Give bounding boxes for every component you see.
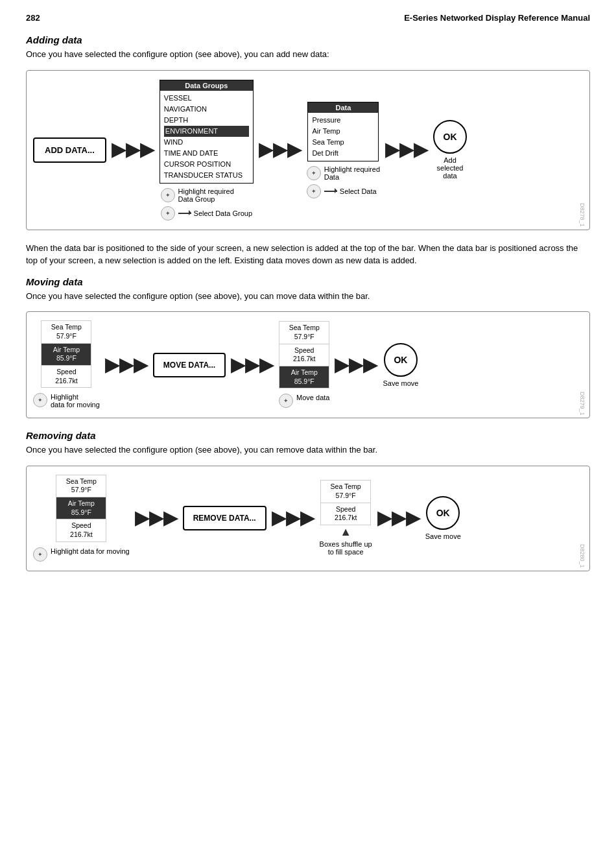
adding-data-diagram: ADD DATA... ▶▶▶ Data Groups VESSEL NAVIG… [26,70,590,230]
nav-icon-select-data [307,184,321,198]
group-cursor: CURSOR POSITION [164,159,249,170]
move-arrow-1: ▶▶▶ [105,356,148,374]
highlight-remove-label: Highlight data for moving [51,547,130,555]
select-group-row: Select Data Group [161,206,253,220]
data-pressure: Pressure [312,115,374,126]
remove-cards-left: Sea Temp57.9°F Air Temp85.9°F Speed216.7… [56,475,106,542]
adding-data-body: When the data bar is positioned to the s… [26,242,590,267]
move-card-seatemp-right: Sea Temp57.9°F [279,321,329,344]
remove-card-seatemp-right: Sea Temp57.9°F [320,480,371,503]
add-selected-text: Addselecteddata [437,156,464,180]
group-environment: ENVIRONMENT [164,126,249,137]
shuffle-up-arrow: ▲ [340,525,351,539]
group-time: TIME AND DATE [164,148,249,159]
group-navigation: NAVIGATION [164,104,249,115]
page-header: 282 E-Series Networked Display Reference… [26,13,590,23]
remove-cards-right: Sea Temp57.9°F Speed216.7kt [320,481,371,525]
move-btn-step: MOVE DATA... [153,353,226,377]
remove-ok-button[interactable]: OK [426,496,460,530]
adding-data-heading: Adding data [26,34,590,45]
select-group-arrow [178,213,191,214]
data-detdrift: Det Drift [312,148,374,159]
highlight-data-label2: Data [324,173,380,181]
remove-left-step: Sea Temp57.9°F Air Temp85.9°F Speed216.7… [33,475,130,562]
group-transducer: TRANSDUCER STATUS [164,170,249,181]
remove-save-label: Save move [425,532,461,540]
highlight-group-label2: Data Group [178,195,234,203]
ok-button[interactable]: OK [433,120,467,154]
remove-right-step: Sea Temp57.9°F Speed216.7kt ▲ Boxes shuf… [320,481,372,556]
nav-icon-highlight-move [33,393,47,407]
select-data-row: Select Data [307,184,380,198]
highlight-group-label: Highlight required [178,187,234,195]
arrow-2: ▶▶▶ [259,141,302,159]
arrow-icon-1: ▶▶▶ [112,141,154,159]
select-data-label: Select Data [340,187,377,195]
arrow-icon-3: ▶▶▶ [385,141,428,159]
adding-data-intro: Once you have selected the configure opt… [26,48,590,61]
move-cards-left: Sea Temp57.9°F Air Temp85.9°F Speed216.7… [41,321,91,388]
data-panel: Data Pressure Air Temp Sea Temp Det Drif… [307,102,379,161]
move-ok-step: OK Save move [383,343,418,387]
move-card-airtemp-right: Air Temp85.9°F [279,366,329,388]
data-title: Data [308,102,378,113]
data-instructions: Highlight required Data Select Data [307,165,380,198]
remove-arrow-icon-3: ▶▶▶ [377,509,420,527]
diagram-id-adding: D8278_1 [579,203,586,227]
moving-data-diagram: Sea Temp57.9°F Air Temp85.9°F Speed216.7… [26,311,590,418]
group-wind: WIND [164,137,249,148]
group-vessel: VESSEL [164,93,249,104]
shuffle-label: Boxes shuffle upto fill space [320,540,372,556]
move-data-button[interactable]: MOVE DATA... [153,353,226,377]
add-data-step: ADD DATA... [33,137,106,163]
move-left-step: Sea Temp57.9°F Air Temp85.9°F Speed216.7… [33,321,100,409]
select-group-label: Select Data Group [194,209,253,217]
select-data-arrow [324,191,337,192]
removing-data-intro: Once you have selected the configure opt… [26,444,590,457]
move-data-label: Move data [296,394,329,401]
moving-data-heading: Moving data [26,276,590,287]
move-arrow-2: ▶▶▶ [231,356,274,374]
data-seatemp: Sea Temp [312,137,374,148]
add-data-button[interactable]: ADD DATA... [33,137,106,163]
data-groups-list: VESSEL NAVIGATION DEPTH ENVIRONMENT WIND… [160,91,253,183]
move-card-speed-right: Speed216.7kt [279,344,329,366]
move-data-row: Move data [279,394,329,408]
remove-arrow-icon-2: ▶▶▶ [272,509,314,527]
move-arrow-icon-1: ▶▶▶ [105,356,148,374]
remove-card-speed-left: Speed216.7kt [56,519,106,541]
move-card-airtemp-left: Air Temp85.9°F [41,343,91,366]
data-groups-step: Data Groups VESSEL NAVIGATION DEPTH ENVI… [160,80,254,220]
highlight-remove-row: Highlight data for moving [33,547,130,562]
diagram-id-removing: D8280_1 [579,544,586,568]
data-step: Data Pressure Air Temp Sea Temp Det Drif… [307,102,380,198]
remove-arrow-2: ▶▶▶ [272,509,314,527]
highlight-move-label: Highlightdata for moving [51,393,100,409]
shuffle-up-block: ▲ Boxes shuffle upto fill space [320,525,372,556]
nav-icon-highlight-data [307,166,321,180]
remove-arrow-1: ▶▶▶ [135,509,178,527]
remove-arrow-icon-1: ▶▶▶ [135,509,178,527]
highlight-data-row: Highlight required Data [307,165,380,181]
remove-ok-step: OK Save move [425,496,461,540]
remove-data-button[interactable]: REMOVE DATA... [183,506,267,530]
removing-data-heading: Removing data [26,430,590,441]
diagram-id-moving: D8279_1 [579,392,586,416]
highlight-move-row: Highlightdata for moving [33,393,100,409]
data-groups-instructions: Highlight required Data Group Select Dat… [161,187,253,220]
remove-card-airtemp-left: Air Temp85.9°F [56,497,106,519]
highlight-data-label: Highlight required [324,165,380,173]
nav-icon-highlight-remove [33,547,47,562]
move-card-seatemp-left: Sea Temp57.9°F [41,320,91,343]
remove-btn-step: REMOVE DATA... [183,506,267,530]
move-arrow-icon-2: ▶▶▶ [231,356,274,374]
moving-data-intro: Once you have selected the configure opt… [26,290,590,303]
data-groups-title: Data Groups [160,80,253,91]
nav-icon-move-data [279,394,293,408]
move-ok-button[interactable]: OK [384,343,418,377]
move-arrow-3: ▶▶▶ [335,356,377,374]
move-right-step: Sea Temp57.9°F Speed216.7kt Air Temp85.9… [279,322,329,408]
move-save-label: Save move [383,379,418,387]
ok-step: OK Addselecteddata [433,120,467,180]
group-depth: DEPTH [164,115,249,126]
